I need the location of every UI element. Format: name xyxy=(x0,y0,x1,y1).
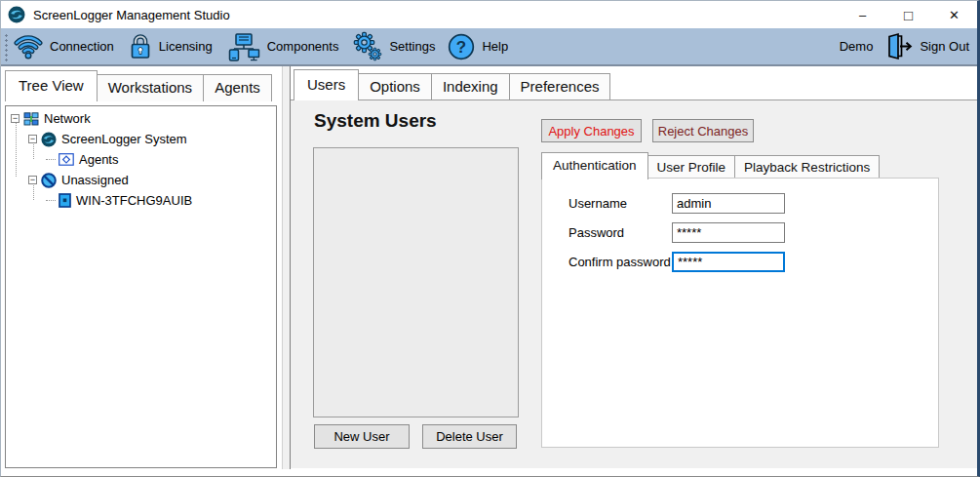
tab-user-profile[interactable]: User Profile xyxy=(648,155,736,179)
sign-out-button[interactable]: Sign Out xyxy=(884,32,969,60)
confirm-password-row: Confirm password xyxy=(568,252,785,272)
tree-item-network[interactable]: − Network xyxy=(6,108,276,129)
tab-label: Options xyxy=(370,78,420,95)
tab-authentication[interactable]: Authentication xyxy=(541,152,648,179)
tree-view: − Network − xyxy=(5,105,277,468)
reject-changes-button[interactable]: Reject Changes xyxy=(652,119,754,142)
title-bar: ScreenLogger Management Studio – □ ✕ xyxy=(1,1,977,28)
tab-options[interactable]: Options xyxy=(359,73,432,100)
lock-icon xyxy=(129,33,152,60)
tree-item-workstation[interactable]: WIN-3TFCHG9AUIB xyxy=(6,190,276,211)
main-panel: Users Options Indexing Preferences Syste… xyxy=(290,66,977,469)
tab-preferences[interactable]: Preferences xyxy=(510,73,611,100)
tab-tree-view[interactable]: Tree View xyxy=(5,70,98,101)
screenlogger-logo-icon xyxy=(41,132,57,147)
page-title: System Users xyxy=(314,110,437,132)
new-user-button[interactable]: New User xyxy=(314,424,410,449)
collapse-icon[interactable]: − xyxy=(11,114,20,123)
devices-icon xyxy=(227,32,260,61)
toolbar-item-help[interactable]: ? Help xyxy=(448,33,508,60)
system-users-listbox[interactable] xyxy=(313,147,519,417)
tab-label: Authentication xyxy=(553,158,637,173)
tree-item-screenlogger-system[interactable]: − ScreenLogger System xyxy=(6,129,276,149)
tab-indexing[interactable]: Indexing xyxy=(432,73,510,100)
tab-label: User Profile xyxy=(657,160,726,175)
tab-label: Indexing xyxy=(443,78,498,95)
question-icon: ? xyxy=(448,33,475,60)
toolbar-item-licensing[interactable]: Licensing xyxy=(129,33,213,60)
close-button[interactable]: ✕ xyxy=(931,1,977,28)
toolbar-item-label: Licensing xyxy=(159,39,213,54)
panel-splitter[interactable] xyxy=(282,66,290,469)
tree-item-label: Network xyxy=(44,111,91,126)
left-panel-tabs: Tree View Workstations Agents xyxy=(5,70,272,101)
toolbar-item-label: Components xyxy=(267,39,339,54)
collapse-icon[interactable]: − xyxy=(28,176,37,184)
gears-icon xyxy=(352,31,382,61)
username-row: Username xyxy=(568,193,785,214)
sign-out-label: Sign Out xyxy=(920,39,969,54)
unassigned-icon xyxy=(41,173,57,188)
tab-label: Agents xyxy=(215,79,260,96)
username-input[interactable] xyxy=(672,193,785,214)
toolbar-item-label: Settings xyxy=(389,39,435,54)
tab-playback-restrictions[interactable]: Playback Restrictions xyxy=(735,155,880,179)
tab-workstations[interactable]: Workstations xyxy=(98,74,204,101)
tree-item-label: Unassigned xyxy=(61,173,129,187)
network-icon xyxy=(23,112,39,126)
tab-label: Tree View xyxy=(19,77,84,94)
password-input[interactable] xyxy=(672,222,785,243)
workstation-icon xyxy=(59,193,71,208)
username-label: Username xyxy=(568,196,672,211)
confirm-password-input[interactable] xyxy=(672,252,785,272)
minimize-button[interactable]: – xyxy=(840,1,885,28)
tree-connector xyxy=(46,159,56,160)
password-row: Password xyxy=(568,222,785,243)
authentication-panel: Username Password Confirm password xyxy=(541,178,939,448)
tree-item-label: WIN-3TFCHG9AUIB xyxy=(76,193,192,208)
password-label: Password xyxy=(568,225,672,240)
tree-connector xyxy=(46,200,56,201)
user-detail-tabs: Authentication User Profile Playback Res… xyxy=(541,152,880,179)
agents-diamond-icon xyxy=(59,153,74,166)
tab-label: Preferences xyxy=(521,78,600,95)
window-controls: – □ ✕ xyxy=(840,1,977,28)
toolbar-item-connection[interactable]: Connection xyxy=(14,33,114,60)
tab-agents[interactable]: Agents xyxy=(204,74,272,101)
sign-out-door-icon xyxy=(884,32,913,60)
tree-item-agents[interactable]: Agents xyxy=(6,149,276,170)
toolbar-item-settings[interactable]: Settings xyxy=(352,31,435,61)
tab-label: Users xyxy=(307,76,345,93)
svg-text:?: ? xyxy=(456,38,466,57)
screenlogger-logo-icon xyxy=(8,6,25,23)
users-tab-content: System Users New User Delete User Apply … xyxy=(291,99,977,468)
account-name-label: Demo xyxy=(840,39,874,54)
main-tabs: Users Options Indexing Preferences xyxy=(294,69,610,100)
tree-item-label: Agents xyxy=(79,152,118,167)
left-panel: Tree View Workstations Agents − xyxy=(1,66,282,469)
toolbar: Connection Licensing xyxy=(1,28,977,66)
app-window: ScreenLogger Management Studio – □ ✕ xyxy=(0,0,980,477)
toolbar-item-label: Connection xyxy=(50,39,114,54)
tab-label: Playback Restrictions xyxy=(744,160,870,175)
window-title: ScreenLogger Management Studio xyxy=(33,8,230,22)
collapse-icon[interactable]: − xyxy=(28,135,37,143)
tree-item-label: ScreenLogger System xyxy=(61,132,187,146)
toolbar-item-label: Help xyxy=(482,39,508,54)
toolbar-item-components[interactable]: Components xyxy=(227,32,339,61)
delete-user-button[interactable]: Delete User xyxy=(422,424,517,449)
tree-item-unassigned[interactable]: − Unassigned xyxy=(6,170,276,190)
apply-changes-button[interactable]: Apply Changes xyxy=(541,119,642,142)
toolbar-grip-handle[interactable] xyxy=(3,32,8,61)
wifi-icon xyxy=(14,33,43,60)
confirm-password-label: Confirm password xyxy=(568,255,672,269)
tab-users[interactable]: Users xyxy=(294,69,359,100)
tab-label: Workstations xyxy=(108,79,192,96)
maximize-button[interactable]: □ xyxy=(885,1,931,28)
